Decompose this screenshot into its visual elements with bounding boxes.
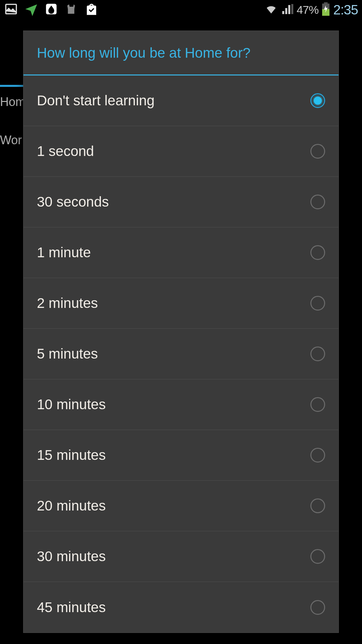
duration-option[interactable]: 1 minute (23, 227, 339, 278)
option-label: 10 minutes (37, 396, 106, 413)
duration-option[interactable]: 20 minutes (23, 481, 339, 531)
option-label: 2 minutes (37, 295, 98, 311)
dialog-title: How long will you be at Home for? (23, 31, 339, 74)
wifi-icon (264, 2, 278, 17)
tab-work-partial: Wor (0, 125, 22, 155)
option-label: 15 minutes (37, 447, 106, 463)
duration-option[interactable]: 30 minutes (23, 531, 339, 582)
duration-option[interactable]: Don't start learning (23, 75, 339, 126)
gallery-icon (4, 2, 18, 17)
option-label: 45 minutes (37, 599, 106, 615)
status-bar: 47% 2:35 (0, 0, 362, 19)
duration-option[interactable]: 10 minutes (23, 379, 339, 430)
radio-button[interactable] (310, 549, 325, 564)
duration-dialog: How long will you be at Home for? Don't … (23, 31, 339, 633)
tab-home-partial: Hom (0, 85, 25, 117)
llama-icon (64, 2, 78, 17)
radio-button[interactable] (310, 498, 325, 513)
radio-button[interactable] (310, 195, 325, 209)
radio-button[interactable] (310, 144, 325, 159)
duration-option[interactable]: 5 minutes (23, 329, 339, 379)
option-label: Don't start learning (37, 93, 155, 109)
svg-rect-5 (324, 2, 328, 4)
drop-icon (44, 2, 58, 17)
radio-button[interactable] (310, 346, 325, 361)
radio-button[interactable] (310, 397, 325, 412)
option-label: 1 second (37, 143, 94, 159)
option-label: 1 minute (37, 245, 91, 261)
radio-button[interactable] (310, 93, 325, 108)
option-label: 5 minutes (37, 346, 98, 362)
clock-time: 2:35 (333, 2, 358, 17)
duration-option[interactable]: 2 minutes (23, 278, 339, 329)
radio-button[interactable] (310, 448, 325, 463)
duration-option[interactable]: 45 minutes (23, 582, 339, 633)
battery-percentage: 47% (297, 3, 318, 16)
radio-button[interactable] (310, 245, 325, 260)
option-label: 30 seconds (37, 194, 109, 210)
radio-button[interactable] (310, 296, 325, 311)
option-label: 30 minutes (37, 548, 106, 565)
duration-option[interactable]: 1 second (23, 126, 339, 177)
option-label: 20 minutes (37, 498, 106, 514)
paper-plane-icon (24, 2, 38, 17)
option-list: Don't start learning1 second30 seconds1 … (23, 75, 339, 633)
shopping-bag-check-icon (84, 2, 99, 17)
radio-button[interactable] (310, 600, 325, 615)
duration-option[interactable]: 15 minutes (23, 430, 339, 481)
battery-charging-icon (322, 2, 330, 17)
duration-option[interactable]: 30 seconds (23, 177, 339, 227)
signal-icon (281, 3, 293, 16)
